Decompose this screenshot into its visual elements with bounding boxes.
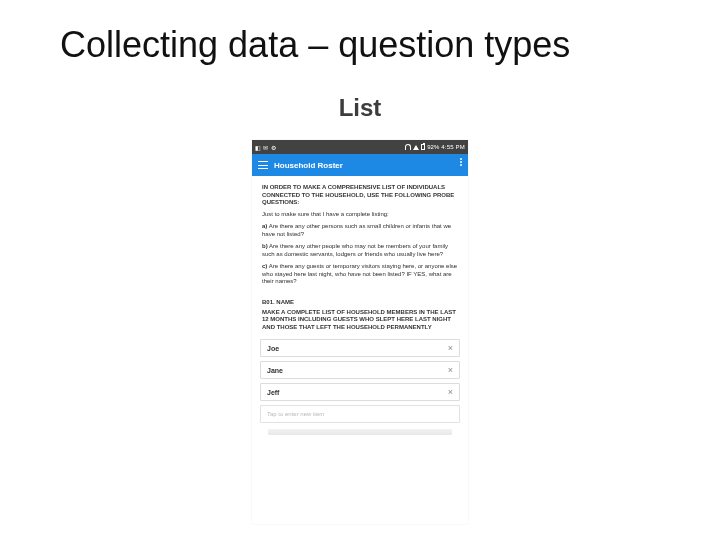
list-items: Joe × Jane × Jeff × Tap to enter new ite… (252, 339, 468, 435)
probe-c-text: Are there any guests or temporary visito… (262, 263, 457, 284)
probe-c: c) Are there any guests or temporary vis… (262, 263, 458, 286)
notification-icon: ⚙ (271, 144, 277, 150)
battery-icon (421, 144, 425, 150)
question-number: B01. NAME (262, 299, 458, 305)
notification-icon: ◧ (255, 144, 261, 150)
close-icon[interactable]: × (448, 388, 453, 397)
menu-icon[interactable] (258, 161, 268, 169)
probe-a: a) Are there any other persons such as s… (262, 223, 458, 238)
add-item-placeholder: Tap to enter new item (267, 411, 324, 417)
probe-b: b) Are there any other people who may no… (262, 243, 458, 258)
probe-a-label: a) (262, 223, 267, 229)
status-left-icons: ◧ ✉ ⚙ (255, 144, 277, 150)
probe-b-text: Are there any other people who may not b… (262, 243, 448, 257)
add-item-input[interactable]: Tap to enter new item (260, 405, 460, 423)
list-item-name: Joe (267, 345, 279, 352)
app-bar-title: Household Roster (274, 161, 343, 170)
phone-screen: ◧ ✉ ⚙ 92% 4:55 PM Household Roster IN OR… (252, 140, 468, 524)
list-item[interactable]: Joe × (260, 339, 460, 357)
close-icon[interactable]: × (448, 344, 453, 353)
list-item[interactable]: Jeff × (260, 383, 460, 401)
slide-subtitle: List (0, 94, 720, 122)
list-item-name: Jane (267, 367, 283, 374)
probe-b-label: b) (262, 243, 268, 249)
wifi-icon (405, 144, 411, 150)
instructions-block: IN ORDER TO MAKE A COMPREHENSIVE LIST OF… (252, 176, 468, 295)
overflow-icon[interactable] (460, 158, 462, 166)
footer-bar (268, 429, 452, 435)
list-item[interactable]: Jane × (260, 361, 460, 379)
probe-c-label: c) (262, 263, 267, 269)
list-item-name: Jeff (267, 389, 279, 396)
instructions-lead: Just to make sure that I have a complete… (262, 211, 458, 219)
close-icon[interactable]: × (448, 366, 453, 375)
app-bar: Household Roster (252, 154, 468, 176)
question-text: MAKE A COMPLETE LIST OF HOUSEHOLD MEMBER… (262, 309, 458, 332)
notification-icon: ✉ (263, 144, 269, 150)
instructions-intro: IN ORDER TO MAKE A COMPREHENSIVE LIST OF… (262, 184, 458, 207)
battery-percent: 92% (427, 144, 439, 150)
question-section: B01. NAME MAKE A COMPLETE LIST OF HOUSEH… (252, 295, 468, 332)
signal-icon (413, 145, 419, 150)
status-right-icons: 92% 4:55 PM (405, 144, 465, 150)
status-clock: 4:55 PM (441, 144, 465, 150)
slide-title: Collecting data – question types (60, 24, 570, 66)
android-status-bar: ◧ ✉ ⚙ 92% 4:55 PM (252, 140, 468, 154)
probe-a-text: Are there any other persons such as smal… (262, 223, 451, 237)
slide: Collecting data – question types List ◧ … (0, 0, 720, 540)
